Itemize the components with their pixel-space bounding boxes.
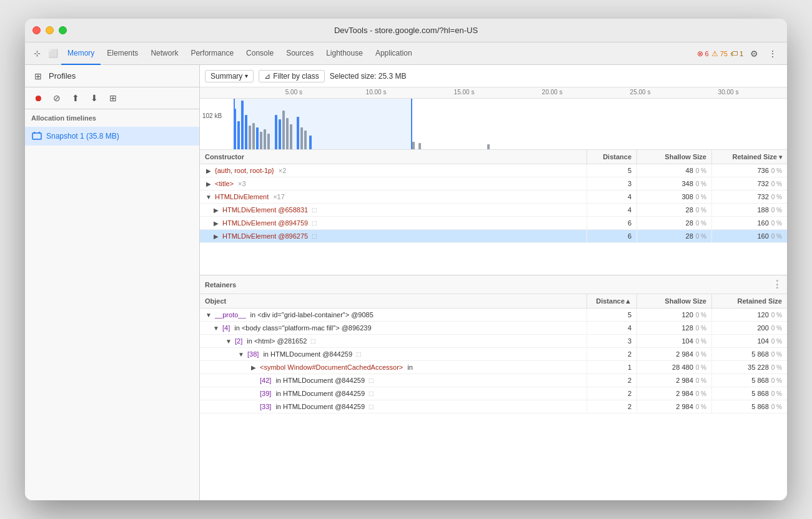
link-icon: ⬚ xyxy=(369,377,374,383)
stop-icon[interactable]: ⊘ xyxy=(49,90,65,106)
td-ret-shallow: 2 984 0 % xyxy=(637,348,712,360)
retainer-row[interactable]: ▶ [42] in HTMLDocument @844259 ⬚ 2 2 984… xyxy=(200,374,787,387)
content-area: Summary ▾ ⊿ Filter by class Selected siz… xyxy=(200,65,787,500)
retainer-row[interactable]: ▶ <symbol Window#DocumentCachedAccessor>… xyxy=(200,361,787,374)
timeline-chart: 102 kB xyxy=(200,99,787,149)
table-row[interactable]: ▼ HTMLDivElement ×17 4 308 0 % 732 0 % xyxy=(200,190,787,204)
expand-icon[interactable]: ▶ xyxy=(205,180,212,187)
td-ret-shallow: 2 984 0 % xyxy=(637,400,712,413)
expand-icon[interactable]: ▼ xyxy=(205,193,212,200)
retainers-menu-icon[interactable]: ⋮ xyxy=(772,279,782,290)
td-ret-shallow: 104 0 % xyxy=(637,335,712,347)
constructor-table-body[interactable]: ▶ {auth, root, root-1p} ×2 5 48 0 % 736 … xyxy=(200,164,787,275)
dropdown-arrow-icon: ▾ xyxy=(245,72,248,79)
upload-icon[interactable]: ⬆ xyxy=(67,90,84,106)
retainer-row[interactable]: ▶ [39] in HTMLDocument @844259 ⬚ 2 2 984… xyxy=(200,387,787,400)
devtools-window: DevTools - store.google.com/?hl=en-US ⊹ … xyxy=(25,19,787,500)
expand-icon[interactable]: ▼ xyxy=(212,324,220,332)
timeline-label-102kb: 102 kB xyxy=(202,112,222,119)
info-badge: 🏷 1 xyxy=(730,49,743,58)
table-row[interactable]: ▶ {auth, root, root-1p} ×2 5 48 0 % 736 … xyxy=(200,164,787,177)
minimize-button[interactable] xyxy=(46,26,54,34)
link-icon: ⬚ xyxy=(312,207,317,213)
expand-icon[interactable]: ▶ xyxy=(212,232,220,240)
filter-by-class-button[interactable]: ⊿ Filter by class xyxy=(259,70,324,82)
constructor-table-header: Constructor Distance Shallow Size Retain… xyxy=(200,150,787,164)
link-icon: ⬚ xyxy=(356,351,362,357)
table-row[interactable]: ▶ HTMLDivElement @658831 ⬚ 4 28 0 % 188 … xyxy=(200,204,787,217)
retainer-row[interactable]: ▶ [33] in HTMLDocument @844259 ⬚ 2 2 984… xyxy=(200,400,787,413)
more-options-icon[interactable]: ⋮ xyxy=(765,46,781,62)
ruler-mark-25s: 25.00 s xyxy=(630,89,651,96)
tab-network[interactable]: Network xyxy=(144,42,184,65)
td-object: ▼ [4] in <body class="platform-mac fill"… xyxy=(200,322,587,334)
link-icon: ⬚ xyxy=(369,403,374,410)
download-icon[interactable]: ⬇ xyxy=(86,90,102,106)
tab-elements[interactable]: Elements xyxy=(101,42,144,65)
table-row-selected[interactable]: ▶ HTMLDivElement @896275 ⬚ 6 28 0 % 160 … xyxy=(200,230,787,243)
td-retained: 736 0 % xyxy=(712,164,787,177)
timeline-selection xyxy=(234,99,412,149)
sidebar-item-snapshot1[interactable]: Snapshot 1 (35.8 MB) xyxy=(25,127,199,146)
titlebar-title: DevTools - store.google.com/?hl=en-US xyxy=(334,26,478,35)
expand-icon[interactable]: ▶ xyxy=(250,363,257,371)
summary-dropdown[interactable]: Summary ▾ xyxy=(205,70,254,82)
expand-icon[interactable]: ▶ xyxy=(212,206,220,214)
td-shallow: 28 0 % xyxy=(637,204,712,216)
td-shallow: 28 0 % xyxy=(637,217,712,229)
record-icon[interactable]: ⏺ xyxy=(30,90,46,106)
td-constructor: ▶ HTMLDivElement @896275 ⬚ xyxy=(200,230,587,242)
table-row[interactable]: ▶ <title> ×3 3 348 0 % 732 0 % xyxy=(200,177,787,190)
th-retained: Retained Size ▾ xyxy=(712,150,787,164)
td-object: ▶ [42] in HTMLDocument @844259 ⬚ xyxy=(200,374,587,387)
th-ret-distance[interactable]: Distance▲ xyxy=(587,294,637,308)
retainers-body[interactable]: ▼ __proto__ in <div id="grid-label-conta… xyxy=(200,309,787,500)
profiles-settings-icon[interactable]: ⊞ xyxy=(30,68,46,84)
td-retained: 732 0 % xyxy=(712,177,787,190)
retainer-row[interactable]: ▼ __proto__ in <div id="grid-label-conta… xyxy=(200,309,787,322)
td-ret-retained: 5 868 0 % xyxy=(712,374,787,387)
table-row[interactable]: ▶ HTMLDivElement @894759 ⬚ 6 28 0 % 160 … xyxy=(200,217,787,230)
device-toolbar-icon[interactable]: ⬜ xyxy=(45,46,61,62)
link-icon: ⬚ xyxy=(312,233,317,239)
sidebar-section-title: Allocation timelines xyxy=(25,109,199,127)
td-distance: 6 xyxy=(587,230,637,242)
tab-memory[interactable]: Memory xyxy=(61,42,101,65)
timeline-ruler: 5.00 s 10.00 s 15.00 s 20.00 s 25.00 s 3… xyxy=(200,87,787,99)
tab-application[interactable]: Application xyxy=(369,42,418,65)
timeline-area[interactable]: 5.00 s 10.00 s 15.00 s 20.00 s 25.00 s 3… xyxy=(200,87,787,150)
clear-icon[interactable]: ⊞ xyxy=(105,90,121,106)
expand-icon[interactable]: ▼ xyxy=(205,311,212,319)
expand-icon[interactable]: ▶ xyxy=(205,167,212,174)
retainer-row[interactable]: ▼ [2] in <html> @281652 ⬚ 3 104 0 % 104 … xyxy=(200,335,787,348)
ruler-mark-30s: 30.00 s xyxy=(718,89,739,96)
expand-icon[interactable]: ▼ xyxy=(225,337,232,345)
close-button[interactable] xyxy=(32,26,41,34)
td-retained: 160 0 % xyxy=(712,230,787,242)
settings-icon[interactable]: ⚙ xyxy=(746,46,762,62)
tab-sources[interactable]: Sources xyxy=(280,42,320,65)
ruler-mark-15s: 15.00 s xyxy=(454,89,475,96)
expand-icon[interactable]: ▼ xyxy=(237,350,245,358)
tab-lighthouse[interactable]: Lighthouse xyxy=(320,42,369,65)
th-distance: Distance xyxy=(587,150,637,164)
retainers-section: Retainers ⋮ Object Distance▲ Shallow Siz… xyxy=(200,275,787,500)
td-distance: 6 xyxy=(587,217,637,229)
td-ret-retained: 5 868 0 % xyxy=(712,400,787,413)
td-ret-shallow: 28 480 0 % xyxy=(637,361,712,373)
tab-console[interactable]: Console xyxy=(240,42,280,65)
maximize-button[interactable] xyxy=(59,26,67,34)
td-object: ▶ [33] in HTMLDocument @844259 ⬚ xyxy=(200,400,587,413)
tab-performance[interactable]: Performance xyxy=(184,42,240,65)
select-element-icon[interactable]: ⊹ xyxy=(29,46,45,62)
retainer-row[interactable]: ▼ [4] in <body class="platform-mac fill"… xyxy=(200,322,787,335)
expand-icon[interactable]: ▶ xyxy=(212,219,220,227)
link-icon: ⬚ xyxy=(310,338,316,344)
td-constructor: ▶ HTMLDivElement @658831 ⬚ xyxy=(200,204,587,216)
td-ret-shallow: 2 984 0 % xyxy=(637,374,712,387)
td-shallow: 28 0 % xyxy=(637,230,712,242)
retainer-row[interactable]: ▼ [38] in HTMLDocument @844259 ⬚ 2 2 984… xyxy=(200,348,787,361)
td-object: ▼ [38] in HTMLDocument @844259 ⬚ xyxy=(200,348,587,360)
td-ret-shallow: 128 0 % xyxy=(637,322,712,334)
td-ret-shallow: 120 0 % xyxy=(637,309,712,321)
